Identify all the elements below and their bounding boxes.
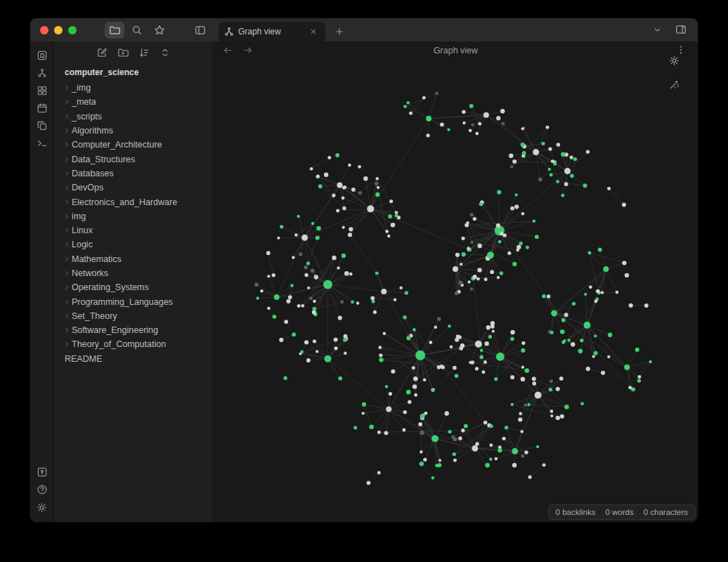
daily-note-button[interactable] [33, 100, 51, 117]
status-item: 0 characters [644, 508, 688, 516]
vault-title[interactable]: computer_science [54, 62, 213, 79]
grid-icon [37, 85, 48, 96]
collapse-icon [160, 48, 170, 58]
folder-label: Theory_of_Computation [72, 339, 166, 349]
folder-operating_systems[interactable]: Operating_Systems [54, 280, 213, 294]
folder-software_engineering[interactable]: Software_Engineering [54, 323, 213, 337]
folder-algorithms[interactable]: Algorithms [54, 124, 213, 138]
graph-controls [665, 52, 682, 93]
folder-networks[interactable]: Networks [54, 266, 213, 280]
file-tree: _img_meta_scriptsAlgorithmsComputer_Arch… [54, 79, 213, 366]
forward-button[interactable] [240, 44, 254, 58]
panel-right-icon [675, 24, 687, 35]
folder-electronics_and_hardware[interactable]: Electronics_and_Hardware [54, 195, 213, 209]
folder-logic[interactable]: Logic [54, 237, 213, 251]
folder-label: Programming_Languages [72, 297, 173, 307]
bookmarks-button[interactable] [150, 22, 169, 39]
tab-close-icon[interactable] [307, 25, 320, 38]
view-title: Graph view [214, 46, 698, 55]
status-item: 0 backlinks [556, 508, 596, 516]
folder-label: _scripts [72, 112, 102, 122]
chevron-right-icon [62, 327, 72, 334]
new-folder-button[interactable] [115, 45, 131, 60]
tab-label: Graph view [238, 27, 303, 37]
folder-linux[interactable]: Linux [54, 223, 213, 237]
graph-settings-button[interactable] [665, 52, 682, 69]
chevron-right-icon [62, 170, 72, 177]
graph-animate-button[interactable] [665, 76, 682, 93]
open-terminal-button[interactable] [33, 135, 51, 152]
titlebar: Graph view [30, 18, 698, 41]
ribbon-top [33, 47, 51, 152]
new-note-button[interactable] [94, 45, 110, 60]
chevron-right-icon [62, 98, 72, 105]
file-readme[interactable]: README [54, 352, 213, 366]
folder-set_theory[interactable]: Set_Theory [54, 309, 213, 323]
graph-view[interactable] [214, 59, 698, 522]
chevron-right-icon [62, 84, 72, 91]
file-label: README [65, 354, 102, 364]
folder-mathematics[interactable]: Mathematics [54, 252, 213, 266]
folder-_img[interactable]: _img [54, 81, 213, 95]
gear-icon [37, 502, 47, 513]
help-icon [37, 484, 48, 495]
close-button[interactable] [40, 26, 48, 34]
folder-label: Databases [72, 169, 114, 178]
toggle-file-explorer-button[interactable] [105, 22, 124, 39]
new-tab-button[interactable] [332, 24, 347, 39]
chevron-right-icon [62, 227, 72, 234]
chevron-right-icon [62, 213, 72, 220]
chevron-right-icon [62, 256, 72, 263]
folder-databases[interactable]: Databases [54, 166, 213, 181]
settings-button[interactable] [33, 499, 51, 516]
folder-img[interactable]: img [54, 209, 213, 223]
folder-label: Electronics_and_Hardware [72, 197, 177, 207]
terminal-icon [37, 138, 48, 149]
tab-list-dropdown-button[interactable] [649, 21, 665, 38]
folder-_meta[interactable]: _meta [54, 95, 213, 109]
chevron-right-icon [62, 341, 72, 348]
folder-label: _img [72, 83, 91, 93]
chevron-right-icon [62, 199, 72, 206]
folder-data_structures[interactable]: Data_Structures [54, 152, 213, 166]
folder-_scripts[interactable]: _scripts [54, 110, 213, 124]
zoom-button[interactable] [68, 26, 77, 34]
collapse-all-button[interactable] [157, 45, 173, 60]
folder-label: Linux [72, 226, 93, 235]
folder-label: Networks [72, 268, 108, 278]
chevron-right-icon [62, 184, 72, 191]
back-button[interactable] [221, 44, 235, 58]
open-vault-button[interactable] [33, 464, 51, 481]
sort-icon [138, 47, 150, 58]
folder-label: Logic [72, 240, 93, 249]
open-canvas-button[interactable] [33, 82, 51, 99]
chevron-right-icon [62, 313, 72, 320]
search-button[interactable] [127, 22, 147, 39]
calendar-icon [37, 103, 48, 114]
folder-label: Set_Theory [72, 311, 117, 321]
toggle-left-sidebar-button[interactable] [190, 22, 210, 39]
file-explorer: computer_science _img_meta_scriptsAlgori… [54, 41, 214, 522]
quick-switcher-button[interactable] [33, 47, 51, 64]
workspace: computer_science _img_meta_scriptsAlgori… [30, 41, 698, 522]
folder-label: Computer_Architecture [72, 140, 162, 150]
help-button[interactable] [33, 481, 51, 498]
folder-theory_of_computation[interactable]: Theory_of_Computation [54, 337, 213, 351]
vault-icon [37, 466, 48, 478]
folder-devops[interactable]: DevOps [54, 181, 213, 195]
folder-programming_languages[interactable]: Programming_Languages [54, 294, 213, 308]
minimize-button[interactable] [54, 26, 63, 34]
chevron-right-icon [62, 156, 72, 163]
templates-button[interactable] [33, 117, 51, 134]
chevron-right-icon [62, 113, 72, 120]
star-icon [154, 25, 165, 36]
ribbon [30, 41, 54, 522]
graph-icon [37, 68, 47, 78]
tab-graph-view[interactable]: Graph view [219, 22, 325, 41]
new-folder-icon [117, 47, 129, 58]
titlebar-left-icons [105, 22, 169, 39]
open-graph-view-button[interactable] [33, 65, 51, 81]
change-sort-order-button[interactable] [136, 45, 152, 60]
toggle-right-sidebar-button[interactable] [672, 21, 689, 38]
folder-computer_architecture[interactable]: Computer_Architecture [54, 138, 213, 152]
